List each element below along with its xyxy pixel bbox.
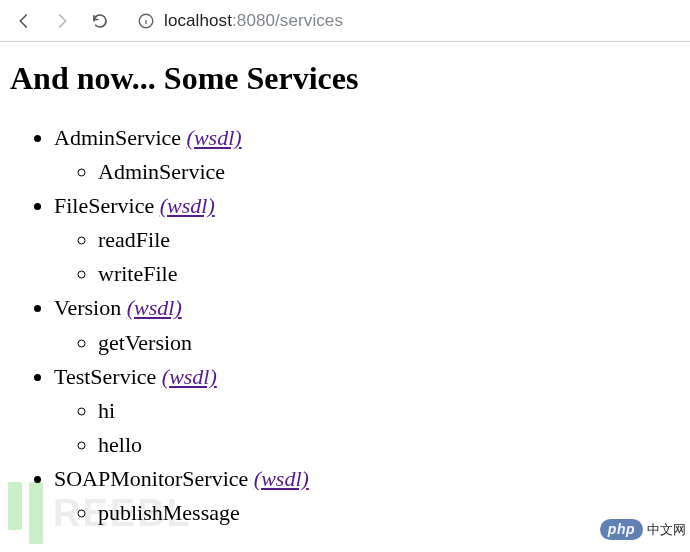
operation-item: readFile: [98, 223, 680, 257]
arrow-left-icon: [15, 12, 33, 30]
service-item: AdminService (wsdl) AdminService: [54, 121, 680, 189]
operation-list: hi hello: [54, 394, 680, 462]
page-title: And now... Some Services: [10, 60, 680, 97]
browser-toolbar: localhost:8080/services: [0, 0, 690, 42]
page-content: And now... Some Services AdminService (w…: [0, 42, 690, 530]
arrow-right-icon: [53, 12, 71, 30]
service-name: FileService: [54, 193, 154, 218]
watermark-right: php 中文网: [600, 519, 686, 540]
operation-item: hi: [98, 394, 680, 428]
operation-list: publishMessage: [54, 496, 680, 530]
operation-list: AdminService: [54, 155, 680, 189]
service-name: AdminService: [54, 125, 181, 150]
service-name: SOAPMonitorService: [54, 466, 248, 491]
back-button[interactable]: [8, 5, 40, 37]
service-item: TestService (wsdl) hi hello: [54, 360, 680, 462]
service-item: SOAPMonitorService (wsdl) publishMessage: [54, 462, 680, 530]
operation-item: hello: [98, 428, 680, 462]
wsdl-link[interactable]: (wsdl): [254, 466, 309, 491]
reload-icon: [91, 12, 109, 30]
operation-item: publishMessage: [98, 496, 680, 530]
wsdl-link[interactable]: (wsdl): [187, 125, 242, 150]
service-item: Version (wsdl) getVersion: [54, 291, 680, 359]
operation-item: getVersion: [98, 326, 680, 360]
operation-item: writeFile: [98, 257, 680, 291]
address-bar[interactable]: localhost:8080/services: [128, 5, 682, 37]
wsdl-link[interactable]: (wsdl): [162, 364, 217, 389]
service-list: AdminService (wsdl) AdminService FileSer…: [10, 121, 680, 530]
service-name: Version: [54, 295, 121, 320]
url-text: localhost:8080/services: [164, 11, 343, 31]
watermark-cn-text: 中文网: [647, 521, 686, 539]
forward-button[interactable]: [46, 5, 78, 37]
operation-list: getVersion: [54, 326, 680, 360]
service-name: TestService: [54, 364, 156, 389]
php-badge: php: [600, 519, 643, 540]
service-item: FileService (wsdl) readFile writeFile: [54, 189, 680, 291]
wsdl-link[interactable]: (wsdl): [160, 193, 215, 218]
operation-list: readFile writeFile: [54, 223, 680, 291]
wsdl-link[interactable]: (wsdl): [127, 295, 182, 320]
site-info-icon[interactable]: [136, 11, 156, 31]
url-port-path: :8080/services: [232, 11, 343, 30]
reload-button[interactable]: [84, 5, 116, 37]
operation-item: AdminService: [98, 155, 680, 189]
url-host: localhost: [164, 11, 232, 30]
